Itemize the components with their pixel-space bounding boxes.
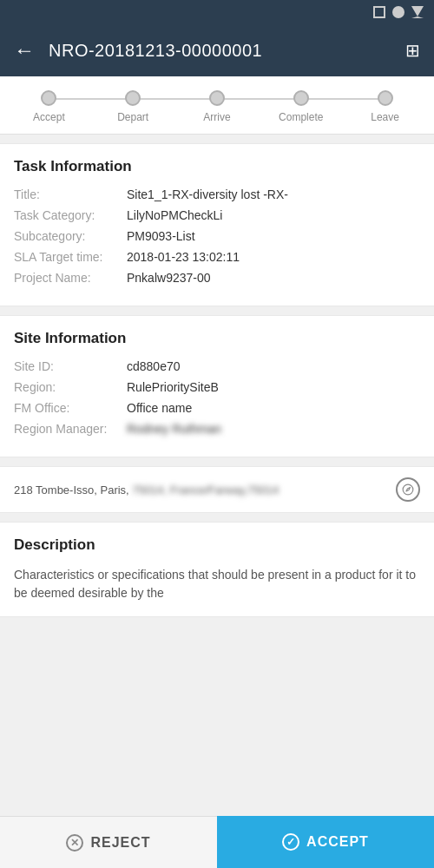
header: ← NRO-20181213-00000001 ⊞ [0, 24, 434, 76]
task-info-title: Task Information [14, 158, 420, 175]
task-project-label: Project Name: [14, 271, 127, 285]
site-region-row: Region: RulePrioritySiteB [14, 380, 420, 394]
address-bar: 218 Tombe-Isso, Paris, 75014, France/Far… [0, 466, 434, 513]
step-label-complete: Complete [279, 111, 323, 123]
step-line-accept [49, 98, 133, 100]
task-subcategory-label: Subcategory: [14, 229, 127, 243]
step-leave[interactable]: Leave [343, 90, 427, 123]
task-title-value: Site1_1-RX-diversity lost -RX- [127, 187, 420, 201]
step-label-leave: Leave [371, 111, 399, 123]
description-title: Description [14, 536, 420, 554]
address-blurred: 75014, France/Farway,75014 [129, 483, 279, 496]
step-line-complete [301, 98, 385, 100]
site-id-label: Site ID: [14, 359, 127, 373]
wifi-icon [411, 6, 424, 18]
step-circle-complete [293, 90, 309, 106]
step-depart[interactable]: Depart [91, 90, 175, 123]
site-manager-row: Region Manager: Rodney Ruthman [14, 422, 420, 436]
step-label-arrive: Arrive [203, 111, 230, 123]
task-subcategory-value: PM9093-List [127, 229, 420, 243]
location-button[interactable] [396, 477, 420, 502]
task-info-card: Task Information Title: Site1_1-RX-diver… [0, 143, 434, 306]
step-circle-leave [378, 90, 393, 106]
step-label-accept: Accept [33, 111, 65, 123]
site-info-title: Site Information [14, 330, 420, 347]
page-title: NRO-20181213-00000001 [49, 41, 391, 61]
site-manager-label: Region Manager: [14, 422, 127, 436]
svg-point-0 [403, 484, 413, 495]
task-category-label: Task Category: [14, 208, 127, 222]
battery-icon [373, 6, 385, 18]
action-bar: ✕ REJECT ✓ ACCEPT [0, 816, 434, 868]
site-info-card: Site Information Site ID: cd880e70 Regio… [0, 315, 434, 457]
progress-steps: Accept Depart Arrive Complete Leave [0, 76, 434, 135]
accept-icon: ✓ [282, 833, 299, 851]
accept-button[interactable]: ✓ ACCEPT [217, 816, 434, 868]
description-text: Characteristics or specifications that s… [14, 566, 420, 602]
task-title-row: Title: Site1_1-RX-diversity lost -RX- [14, 187, 420, 201]
task-project-value: Pnkalw9237-00 [127, 271, 420, 285]
step-label-depart: Depart [117, 111, 148, 123]
site-region-label: Region: [14, 380, 127, 394]
accept-label: ACCEPT [306, 834, 369, 850]
task-category-value: LilyNoPMCheckLi [127, 208, 420, 222]
step-circle-depart [125, 90, 141, 106]
task-project-row: Project Name: Pnkalw9237-00 [14, 271, 420, 285]
task-sla-row: SLA Target time: 2018-01-23 13:02:11 [14, 250, 420, 264]
step-accept[interactable]: Accept [7, 90, 91, 123]
status-bar [0, 0, 434, 24]
site-id-row: Site ID: cd880e70 [14, 359, 420, 373]
address-text: 218 Tombe-Isso, Paris, 75014, France/Far… [14, 483, 389, 496]
svg-marker-1 [406, 488, 411, 492]
task-title-label: Title: [14, 187, 127, 201]
site-id-value: cd880e70 [127, 359, 420, 373]
site-fm-row: FM Office: Office name [14, 401, 420, 415]
reject-icon: ✕ [66, 834, 83, 852]
step-line-arrive [217, 98, 301, 100]
steps-row: Accept Depart Arrive Complete Leave [7, 90, 427, 123]
step-complete[interactable]: Complete [259, 90, 343, 123]
signal-icon [392, 6, 404, 18]
reject-button[interactable]: ✕ REJECT [0, 816, 217, 868]
task-sla-value: 2018-01-23 13:02:11 [127, 250, 420, 264]
step-line-depart [133, 98, 217, 100]
site-fm-label: FM Office: [14, 401, 127, 415]
task-subcategory-row: Subcategory: PM9093-List [14, 229, 420, 243]
reject-label: REJECT [90, 835, 150, 851]
back-button[interactable]: ← [14, 38, 35, 62]
address-visible: 218 Tombe-Isso, Paris, [14, 483, 129, 496]
step-circle-accept [41, 90, 56, 106]
step-circle-arrive [209, 90, 225, 106]
site-region-value: RulePrioritySiteB [127, 380, 420, 394]
site-fm-value: Office name [127, 401, 420, 415]
task-sla-label: SLA Target time: [14, 250, 127, 264]
grid-icon[interactable]: ⊞ [405, 40, 420, 61]
task-category-row: Task Category: LilyNoPMCheckLi [14, 208, 420, 222]
site-manager-value: Rodney Ruthman [127, 422, 420, 436]
description-card: Description Characteristics or specifica… [0, 522, 434, 617]
step-arrive[interactable]: Arrive [175, 90, 260, 123]
